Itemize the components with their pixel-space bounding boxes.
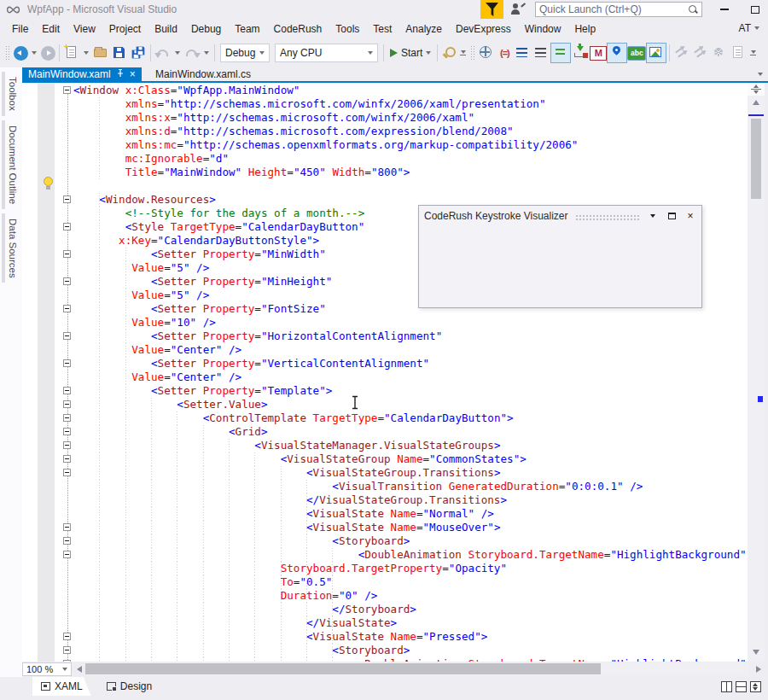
code-line[interactable]: Duration="0" /> (22, 589, 748, 603)
horizontal-scroll-thumb[interactable] (85, 663, 601, 674)
code-line[interactable]: <Storyboard> (22, 534, 748, 548)
fold-collapse-box[interactable] (63, 277, 71, 285)
code-line[interactable]: </Storyboard> (22, 603, 748, 616)
maximize-button[interactable] (741, 0, 768, 19)
menu-item-test[interactable]: Test (366, 20, 399, 38)
code-line[interactable]: <VisualState Name="MouseOver"> (22, 521, 748, 534)
code-line[interactable]: Title="MainWindow" Height="450" Width="8… (22, 166, 748, 179)
code-line[interactable]: <VisualTransition GeneratedDuration="0:0… (22, 480, 748, 493)
menu-item-build[interactable]: Build (148, 20, 184, 38)
menu-item-analyze[interactable]: Analyze (399, 20, 449, 38)
scroll-down-arrow[interactable] (753, 650, 759, 655)
code-line[interactable]: </VisualStateGroup.Transitions> (22, 493, 748, 507)
menu-item-devexpress[interactable]: DevExpress (449, 20, 518, 38)
markdown-badge-button[interactable]: M (590, 46, 607, 61)
code-line[interactable]: xmlns:x="http://schemas.microsoft.com/wi… (22, 111, 748, 125)
horizontal-split-button[interactable] (736, 681, 747, 692)
disabled-arrow-button-2[interactable] (691, 43, 710, 63)
disabled-document-button[interactable] (729, 43, 748, 63)
vertical-scroll-thumb[interactable] (751, 119, 761, 199)
coderush-keystroke-visualizer-panel[interactable]: CodeRush Keystroke Visualizer × (418, 205, 702, 308)
undo-button[interactable] (154, 43, 172, 63)
find-in-files-button[interactable] (440, 43, 457, 63)
sidebar-tab-data-sources[interactable]: Data Sources (2, 213, 21, 283)
save-button[interactable] (110, 43, 129, 63)
menu-item-window[interactable]: Window (518, 20, 568, 38)
schema-wheel-button[interactable] (477, 43, 496, 63)
delimiter-highlight-button[interactable]: (=) (496, 43, 513, 63)
code-line[interactable]: xmlns="http://schemas.microsoft.com/winf… (22, 97, 748, 111)
code-line[interactable]: To="0.5" (22, 575, 748, 589)
import-button[interactable] (571, 43, 590, 63)
minimize-button[interactable] (710, 0, 739, 19)
solution-configuration-dropdown[interactable]: Debug (220, 44, 270, 62)
sidebar-tab-document-outline[interactable]: Document Outline (2, 120, 21, 209)
fold-collapse-box[interactable] (63, 633, 71, 640)
scroll-right-arrow[interactable] (756, 666, 761, 673)
new-file-dropdown-caret[interactable] (84, 51, 89, 55)
start-debugging-button[interactable]: Start (390, 47, 431, 59)
fold-collapse-box[interactable] (63, 469, 71, 476)
xaml-code-editor[interactable]: <Window x:Class="WpfApp.MainWindow" xmln… (22, 83, 748, 662)
blue-lines-button[interactable] (513, 43, 532, 63)
code-line[interactable]: Storyboard.TargetProperty="Opacity" (22, 562, 748, 575)
code-line[interactable]: Value="Center" /> (22, 370, 748, 384)
code-line[interactable]: <VisualState Name="Pressed"> (22, 630, 748, 644)
fold-collapse-box[interactable] (63, 428, 71, 435)
close-icon[interactable]: × (130, 70, 136, 79)
coderush-badge-icon[interactable] (480, 0, 503, 19)
panel-menu-button[interactable] (647, 210, 659, 222)
image-toggle-button[interactable] (646, 43, 666, 63)
code-line[interactable]: xmlns:mc="http://schemas.openxmlformats.… (22, 138, 748, 152)
code-line[interactable]: Value="10" /> (22, 316, 748, 330)
quick-launch-input[interactable]: Quick Launch (Ctrl+Q) (535, 2, 702, 17)
fold-collapse-box[interactable] (63, 400, 71, 408)
solution-platform-dropdown[interactable]: Any CPU (275, 44, 378, 62)
code-line[interactable]: <VisualState Name="Normal" /> (22, 507, 748, 521)
menu-item-team[interactable]: Team (228, 20, 266, 38)
fold-collapse-box[interactable] (63, 537, 71, 545)
code-line[interactable]: <Grid> (22, 425, 748, 439)
spell-check-toggle-button[interactable]: abc (627, 46, 646, 61)
green-list-toggle-button[interactable] (550, 43, 571, 63)
feedback-person-icon[interactable] (510, 3, 526, 16)
fold-collapse-box[interactable] (63, 441, 71, 449)
toolbar-grip[interactable] (5, 45, 10, 61)
vertical-split-button[interactable] (721, 681, 732, 692)
fold-collapse-box[interactable] (63, 305, 71, 312)
account-menu[interactable]: AT (739, 22, 759, 34)
editor-split-handle[interactable] (748, 83, 765, 96)
map-pin-toggle-button[interactable] (607, 43, 627, 63)
toolbar-options-button[interactable] (750, 50, 756, 56)
code-lines[interactable]: <Window x:Class="WpfApp.MainWindow" xmln… (22, 84, 748, 662)
document-tab-mainwindow.xaml.cs[interactable]: MainWindow.xaml.cs (149, 67, 257, 81)
fold-collapse-box[interactable] (63, 646, 71, 654)
code-line[interactable]: <Setter.Value> (22, 398, 748, 411)
view-tab-xaml[interactable]: XAML (32, 677, 91, 696)
code-line[interactable]: </VisualState> (22, 616, 748, 630)
view-tab-design[interactable]: Design (98, 677, 160, 696)
code-line[interactable]: mc:Ignorable="d" (22, 152, 748, 166)
toolbar-grip[interactable] (470, 45, 475, 61)
fold-collapse-box[interactable] (63, 414, 71, 422)
code-line[interactable]: <VisualStateManager.VisualStateGroups> (22, 439, 748, 452)
horizontal-scroll-track[interactable] (85, 662, 749, 675)
code-line[interactable]: <Setter Property="HorizontalContentAlign… (22, 330, 748, 343)
fold-collapse-box[interactable] (63, 86, 71, 94)
vertical-scrollbar[interactable] (748, 83, 765, 662)
code-line[interactable]: xmlns:d="http://schemas.microsoft.com/ex… (22, 125, 748, 138)
panel-title-bar[interactable]: CodeRush Keystroke Visualizer × (419, 206, 701, 226)
open-file-button[interactable] (91, 43, 110, 63)
document-tab-mainwindow.xaml[interactable]: MainWindow.xaml× (22, 67, 142, 81)
code-line[interactable]: <Setter Property="Template"> (22, 384, 748, 398)
redo-dropdown-caret[interactable] (204, 51, 209, 55)
disabled-burst-button[interactable] (710, 43, 729, 63)
toolbar-overflow-button[interactable] (460, 50, 466, 56)
lightbulb-quick-actions-icon[interactable] (43, 177, 54, 190)
menu-item-project[interactable]: Project (102, 20, 148, 38)
code-line[interactable]: <Window x:Class="WpfApp.MainWindow" (22, 84, 748, 97)
panel-drag-grip[interactable] (575, 214, 640, 220)
fold-collapse-box[interactable] (63, 523, 71, 531)
back-dropdown-caret[interactable] (32, 51, 37, 55)
disabled-arrow-button-1[interactable] (672, 43, 691, 63)
